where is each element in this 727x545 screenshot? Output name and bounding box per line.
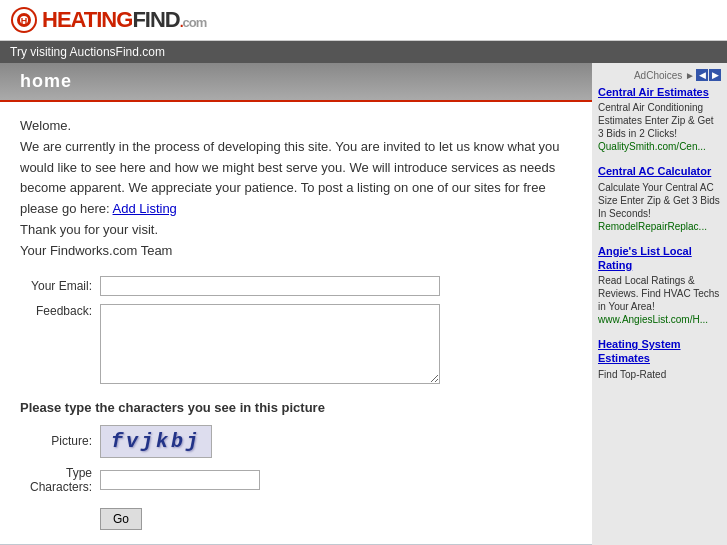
ad-2-url: RemodelRepairReplac...	[598, 221, 707, 232]
auctions-find-link[interactable]: AuctionsFind.com	[70, 45, 165, 59]
sidebar: AdChoices ► ◀ ▶ Central Air Estimates Ce…	[592, 63, 727, 545]
ad-block-3: Angie's List Local Rating Read Local Rat…	[598, 244, 721, 326]
submit-button[interactable]: Go	[100, 508, 142, 530]
navbar: Try visiting AuctionsFind.com	[0, 41, 727, 63]
logo-heat: HEATING	[42, 7, 132, 32]
captcha-section: Please type the characters you see in th…	[20, 400, 572, 531]
ad-2-title[interactable]: Central AC Calculator	[598, 164, 721, 178]
submit-row: Go	[20, 502, 572, 530]
captcha-image: fvjkbj	[100, 425, 212, 458]
type-characters-row: TypeCharacters:	[20, 466, 572, 495]
ad-block-2: Central AC Calculator Calculate Your Cen…	[598, 164, 721, 231]
adchoices-label: AdChoices	[634, 70, 682, 81]
ad-1-title[interactable]: Central Air Estimates	[598, 85, 721, 99]
logo-find: fIND	[132, 7, 179, 32]
content-body: Welome. We are currently in the process …	[0, 102, 592, 544]
logo-icon: H	[10, 6, 38, 34]
intro-paragraph: We are currently in the process of devel…	[20, 137, 572, 220]
type-label: TypeCharacters:	[20, 466, 100, 495]
captcha-heading: Please type the characters you see in th…	[20, 400, 572, 415]
ad-3-url: www.AngiesList.com/H...	[598, 314, 708, 325]
home-header: home	[0, 63, 592, 102]
content-area: home Welome. We are currently in the pro…	[0, 63, 592, 545]
feedback-label: Feedback:	[20, 304, 100, 318]
ad-block-1: Central Air Estimates Central Air Condit…	[598, 85, 721, 152]
ad-3-title[interactable]: Angie's List Local Rating	[598, 244, 721, 273]
picture-label: Picture:	[20, 434, 100, 448]
feedback-row: Feedback:	[20, 304, 572, 384]
contact-form: Your Email: Feedback:	[20, 276, 572, 384]
ad-1-description: Central Air Conditioning Estimates Enter…	[598, 102, 714, 139]
add-listing-link[interactable]: Add Listing	[113, 201, 177, 216]
ad-4-description: Find Top-Rated	[598, 369, 666, 380]
site-logo[interactable]: HEATINGfIND.com	[42, 7, 206, 33]
type-characters-input[interactable]	[100, 470, 260, 490]
email-input[interactable]	[100, 276, 440, 296]
ad-prev-button[interactable]: ◀	[696, 69, 708, 81]
ad-3-description: Read Local Ratings & Reviews. Find HVAC …	[598, 275, 719, 312]
email-row: Your Email:	[20, 276, 572, 296]
adchoices-bar: AdChoices ► ◀ ▶	[598, 69, 721, 81]
thank-you-text: Thank you for your visit.	[20, 220, 572, 241]
ad-next-button[interactable]: ▶	[709, 69, 721, 81]
main-layout: home Welome. We are currently in the pro…	[0, 63, 727, 545]
email-label: Your Email:	[20, 279, 100, 293]
feedback-textarea[interactable]	[100, 304, 440, 384]
picture-row: Picture: fvjkbj	[20, 425, 572, 458]
ad-2-description: Calculate Your Central AC Size Enter Zip…	[598, 182, 720, 219]
logo-com: com	[183, 15, 207, 30]
ad-4-title[interactable]: Heating System Estimates	[598, 337, 721, 366]
ad-1-url: QualitySmith.com/Cen...	[598, 141, 706, 152]
welcome-heading: Welome.	[20, 116, 572, 137]
home-title: home	[20, 71, 72, 91]
welcome-section: Welome. We are currently in the process …	[20, 116, 572, 262]
svg-text:H: H	[21, 16, 28, 26]
ad-block-4: Heating System Estimates Find Top-Rated	[598, 337, 721, 381]
team-text: Your Findworks.com Team	[20, 241, 572, 262]
page-header: H HEATINGfIND.com	[0, 0, 727, 41]
